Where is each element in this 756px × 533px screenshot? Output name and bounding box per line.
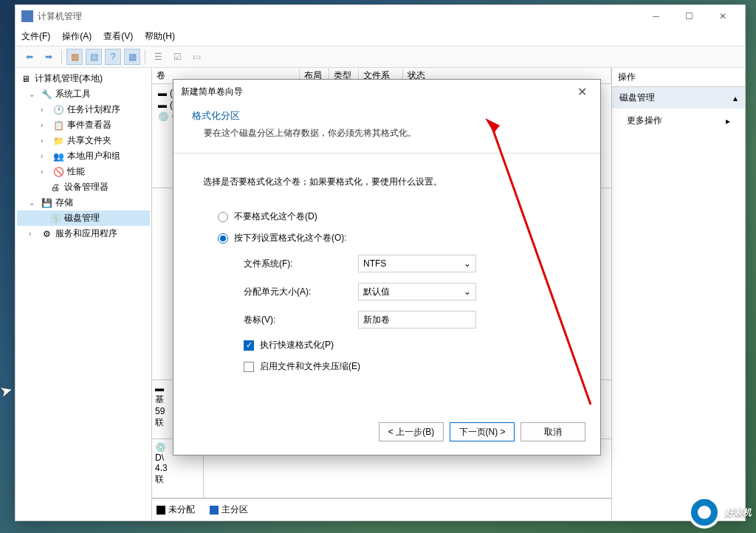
toolbar-btn-7[interactable]: ▭: [188, 49, 205, 65]
expand-icon[interactable]: ›: [41, 106, 49, 114]
expand-icon[interactable]: ›: [41, 152, 49, 160]
menu-view[interactable]: 查看(V): [103, 30, 133, 43]
disk-icon: 💿: [49, 213, 61, 224]
allocation-row: 分配单元大小(A): 默认值 ⌄: [244, 283, 530, 300]
legend: 未分配 主分区: [152, 498, 611, 520]
collapse-icon[interactable]: ⌄: [29, 199, 38, 207]
tree-system-tools[interactable]: ⌄🔧系统工具: [17, 86, 150, 102]
tree-local-users[interactable]: ›👥本地用户和组: [17, 148, 150, 164]
tree-panel: 🖥计算机管理(本地) ⌄🔧系统工具 ›🕐任务计划程序 ›📋事件查看器 ›📁共享文…: [16, 68, 152, 520]
radio-icon[interactable]: [218, 212, 228, 222]
next-button[interactable]: 下一页(N) >: [450, 422, 515, 441]
volume-label-row: 卷标(V):: [244, 311, 530, 329]
expand-icon[interactable]: ›: [41, 168, 49, 176]
wizard-header: 格式化分区 要在这个磁盘分区上储存数据，你必须先将其格式化。: [173, 103, 600, 154]
filesystem-select[interactable]: NTFS ⌄: [358, 255, 476, 272]
tools-icon: 🔧: [41, 89, 52, 100]
tree-root[interactable]: 🖥计算机管理(本地): [17, 71, 150, 86]
radio-no-format[interactable]: 不要格式化这个卷(D): [218, 210, 556, 223]
back-button[interactable]: ⬅: [21, 49, 38, 65]
toolbar-btn-1[interactable]: ▦: [66, 49, 83, 65]
legend-unallocated-icon: [157, 506, 165, 515]
tree-disk-management[interactable]: 💿磁盘管理: [17, 210, 150, 226]
toolbar-btn-3[interactable]: ?: [105, 49, 121, 65]
drive-icon: ▬: [158, 88, 167, 98]
actions-more[interactable]: 更多操作 ▸: [612, 109, 745, 133]
quick-format-checkbox[interactable]: ✓ 执行快速格式化(P): [244, 339, 530, 351]
tree-services[interactable]: ›⚙服务和应用程序: [17, 226, 150, 241]
filesystem-row: 文件系统(F): NTFS ⌄: [244, 255, 530, 272]
clock-icon: 🕐: [52, 104, 64, 116]
toolbar: ⬅ ➡ ▦ ▤ ? ▦ ☰ ☑ ▭: [16, 46, 745, 68]
checkbox-icon[interactable]: [244, 362, 254, 372]
cancel-button[interactable]: 取消: [520, 422, 585, 441]
toolbar-btn-5[interactable]: ☰: [150, 49, 166, 65]
watermark-icon: [688, 496, 721, 529]
radio-icon[interactable]: [218, 233, 228, 244]
tree-event-viewer[interactable]: ›📋事件查看器: [17, 117, 150, 133]
tree-task-scheduler[interactable]: ›🕐任务计划程序: [17, 102, 150, 117]
checkbox-icon[interactable]: ✓: [244, 340, 254, 351]
storage-icon: 💾: [41, 197, 52, 209]
main-window: 计算机管理 ─ ☐ ✕ 文件(F) 操作(A) 查看(V) 帮助(H) ⬅ ➡ …: [15, 4, 746, 521]
wizard-body: 选择是否要格式化这个卷；如果要格式化，要使用什么设置。 不要格式化这个卷(D) …: [173, 154, 600, 404]
services-icon: ⚙: [41, 228, 52, 240]
cursor-icon: ➤: [0, 380, 15, 401]
event-icon: 📋: [52, 120, 64, 131]
chevron-right-icon: ▸: [726, 116, 730, 126]
filesystem-label: 文件系统(F):: [244, 258, 358, 270]
menu-file[interactable]: 文件(F): [21, 30, 50, 43]
folder-icon: 📁: [52, 135, 64, 147]
wizard-close-button[interactable]: ✕: [571, 85, 593, 99]
drive-icon: 💿: [158, 111, 169, 122]
device-icon: 🖨: [49, 182, 61, 193]
forward-button[interactable]: ➡: [41, 49, 57, 65]
actions-panel: 操作 磁盘管理 ▴ 更多操作 ▸: [612, 68, 745, 520]
menu-help[interactable]: 帮助(H): [145, 30, 175, 43]
wizard-subheading: 要在这个磁盘分区上储存数据，你必须先将其格式化。: [192, 127, 582, 140]
volume-label-input[interactable]: [358, 311, 476, 329]
maximize-button[interactable]: ☐: [673, 5, 706, 27]
volume-label-label: 卷标(V):: [244, 314, 358, 326]
radio-format[interactable]: 按下列设置格式化这个卷(O):: [218, 232, 556, 244]
new-volume-wizard: 新建简单卷向导 ✕ 格式化分区 要在这个磁盘分区上储存数据，你必须先将其格式化。…: [173, 79, 601, 455]
wizard-footer: < 上一步(B) 下一页(N) > 取消: [379, 422, 585, 441]
separator: [61, 49, 62, 64]
actions-header: 操作: [612, 68, 745, 87]
expand-icon[interactable]: ›: [41, 137, 49, 145]
minimize-button[interactable]: ─: [639, 5, 673, 27]
collapse-icon[interactable]: ⌄: [29, 90, 38, 98]
computer-icon: 🖥: [20, 73, 32, 85]
tree-shared-folders[interactable]: ›📁共享文件夹: [17, 133, 150, 148]
titlebar[interactable]: 计算机管理 ─ ☐ ✕: [16, 5, 745, 27]
toolbar-btn-4[interactable]: ▦: [124, 49, 140, 65]
actions-group[interactable]: 磁盘管理 ▴: [612, 87, 745, 109]
toolbar-btn-2[interactable]: ▤: [86, 49, 102, 65]
allocation-select[interactable]: 默认值 ⌄: [358, 283, 476, 300]
back-button[interactable]: < 上一步(B): [379, 422, 444, 441]
menubar: 文件(F) 操作(A) 查看(V) 帮助(H): [16, 27, 745, 46]
tree-device-manager[interactable]: 🖨设备管理器: [17, 179, 150, 195]
wizard-title: 新建简单卷向导: [181, 86, 243, 98]
allocation-label: 分配单元大小(A):: [244, 286, 358, 298]
collapse-icon[interactable]: ▴: [733, 93, 738, 103]
center-panel: 卷 布局 类型 文件系统 状态 ▬( ▬( 💿C ▬ 基: [152, 68, 612, 520]
users-icon: 👥: [52, 151, 64, 162]
separator: [145, 49, 145, 64]
perf-icon: 🚫: [52, 166, 64, 178]
expand-icon[interactable]: ›: [29, 230, 38, 238]
compression-checkbox[interactable]: 启用文件和文件夹压缩(E): [244, 360, 530, 373]
chevron-down-icon: ⌄: [464, 258, 471, 269]
wizard-titlebar[interactable]: 新建简单卷向导 ✕: [173, 80, 600, 103]
tree-performance[interactable]: ›🚫性能: [17, 164, 150, 179]
legend-primary-icon: [210, 506, 219, 515]
app-icon: [21, 10, 33, 22]
wizard-instruction: 选择是否要格式化这个卷；如果要格式化，要使用什么设置。: [203, 176, 571, 188]
watermark: 好装机: [688, 496, 752, 529]
menu-action[interactable]: 操作(A): [62, 30, 92, 43]
wizard-heading: 格式化分区: [192, 109, 582, 123]
close-button[interactable]: ✕: [706, 5, 739, 27]
toolbar-btn-6[interactable]: ☑: [169, 49, 185, 65]
tree-storage[interactable]: ⌄💾存储: [17, 195, 150, 210]
expand-icon[interactable]: ›: [41, 121, 49, 129]
